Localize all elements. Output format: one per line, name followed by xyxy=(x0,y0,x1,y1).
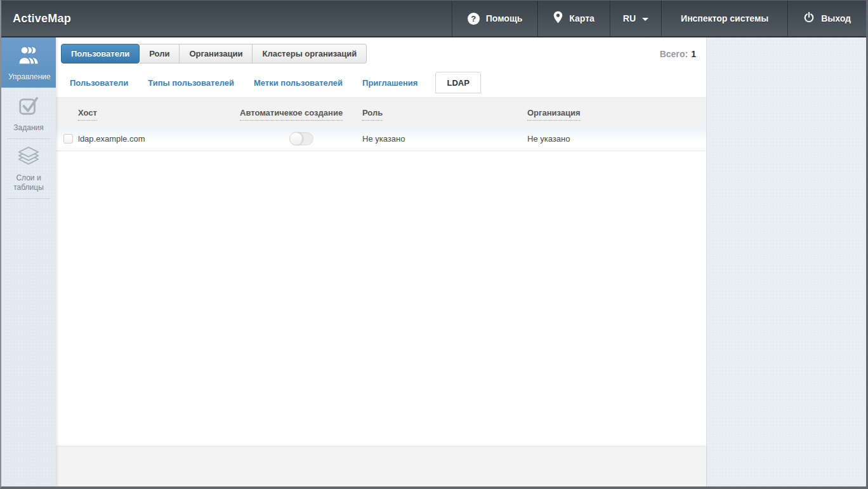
tab-ldap-active[interactable]: LDAP xyxy=(435,72,480,93)
right-pane xyxy=(707,37,866,486)
subtab-user-types[interactable]: Типы пользователей xyxy=(139,72,243,93)
row-checkbox-cell xyxy=(63,134,78,144)
auto-create-toggle[interactable] xyxy=(289,132,313,145)
page-body: Управление Задания xyxy=(1,37,866,486)
topbar-buttons: ? Помощь Карта RU Инспектор системы xyxy=(452,1,866,36)
header-organization: Организация xyxy=(527,108,699,117)
subtab-invitations[interactable]: Приглашения xyxy=(353,72,426,93)
auto-create-cell xyxy=(240,132,362,145)
total-counter: Всего:1 xyxy=(660,44,696,59)
footer-bar xyxy=(56,447,706,486)
main-tabs: Пользователи Роли Организации Кластеры о… xyxy=(61,44,367,64)
organization-cell: Не указано xyxy=(527,134,699,144)
language-label: RU xyxy=(623,13,636,23)
app-window: ActiveMap ? Помощь Карта RU Инс xyxy=(0,0,868,489)
main-tabs-row: Пользователи Роли Организации Кластеры о… xyxy=(56,37,706,64)
subtabs-row: Пользователи Типы пользователей Метки по… xyxy=(56,72,706,93)
checkbox-check-icon xyxy=(18,95,39,119)
tab-users[interactable]: Пользователи xyxy=(61,44,140,64)
tab-organizations[interactable]: Организации xyxy=(180,44,253,64)
caret-down-icon xyxy=(642,18,648,21)
header-host: Хост xyxy=(78,108,240,117)
activemap-logo: ActiveMap xyxy=(1,1,84,36)
logout-button[interactable]: Выход xyxy=(787,1,866,36)
layers-icon xyxy=(17,146,40,169)
subtab-user-labels[interactable]: Метки пользователей xyxy=(245,72,352,93)
sidebar-item-label: Управление xyxy=(8,72,49,82)
map-pin-icon xyxy=(553,11,563,26)
total-label: Всего: xyxy=(660,49,688,59)
sidebar-divider xyxy=(7,198,50,199)
role-cell: Не указано xyxy=(362,134,527,144)
logout-label: Выход xyxy=(821,13,851,23)
total-value: 1 xyxy=(691,49,696,59)
map-button[interactable]: Карта xyxy=(537,1,610,36)
sidebar-item-layers[interactable]: Слои и таблицы xyxy=(1,139,56,198)
system-inspector-button[interactable]: Инспектор системы xyxy=(661,1,787,36)
power-icon xyxy=(803,11,815,25)
content-empty-area xyxy=(56,151,706,447)
host-cell: ldap.example.com xyxy=(78,134,240,144)
sidebar-item-management[interactable]: Управление xyxy=(1,37,56,88)
help-label: Помощь xyxy=(486,13,523,23)
tab-org-clusters[interactable]: Кластеры организаций xyxy=(253,44,367,64)
users-group-icon xyxy=(16,44,41,68)
tab-roles[interactable]: Роли xyxy=(140,44,180,64)
row-checkbox[interactable] xyxy=(63,134,73,144)
subtab-users[interactable]: Пользователи xyxy=(61,72,137,93)
map-label: Карта xyxy=(569,13,595,23)
help-icon: ? xyxy=(468,13,480,25)
toggle-knob xyxy=(289,132,303,145)
sidebar-item-tasks[interactable]: Задания xyxy=(1,88,56,138)
language-dropdown[interactable]: RU xyxy=(610,1,661,36)
header-auto-create: Автоматичекое создание xyxy=(240,108,362,117)
table-header: Хост Автоматичекое создание Роль Организ… xyxy=(56,97,706,127)
sidebar-item-label: Задания xyxy=(13,123,43,133)
sidebar-item-label: Слои и таблицы xyxy=(8,173,49,192)
topbar: ActiveMap ? Помощь Карта RU Инс xyxy=(1,1,866,37)
table-row: ldap.example.com Не указано Не указано xyxy=(56,127,706,151)
system-inspector-label: Инспектор системы xyxy=(681,13,768,23)
sidebar: Управление Задания xyxy=(1,37,56,486)
header-role: Роль xyxy=(362,108,527,117)
help-button[interactable]: ? Помощь xyxy=(452,1,538,36)
main-content: Пользователи Роли Организации Кластеры о… xyxy=(56,37,707,486)
